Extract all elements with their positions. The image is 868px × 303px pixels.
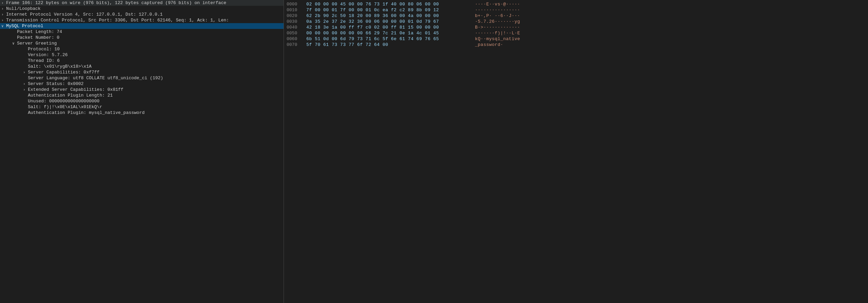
tree-expander: › xyxy=(1,1,6,5)
tree-expander: › xyxy=(1,18,6,22)
hex-ascii: kQ··mysql_native xyxy=(475,36,520,41)
hex-dump-panel: 000002 00 00 00 45 00 00 76 73 1f 40 00 … xyxy=(284,0,868,303)
hex-offset: 0020 xyxy=(287,13,304,18)
hex-row: 005000 00 00 00 00 00 00 66 29 7c 21 0e … xyxy=(284,30,868,36)
hex-ascii: ·······f)|!··L·E xyxy=(475,31,520,36)
tree-item-text: Salt: f)|!\x0E\x1AL\x01EkQ\r xyxy=(28,104,102,110)
hex-row: 002062 2b 90 2c 50 18 20 00 89 36 00 00 … xyxy=(284,13,868,19)
tree-item-text: Transmission Control Protocol, Src Port:… xyxy=(6,18,229,23)
tree-item-text: Authentication Plugin Length: 21 xyxy=(28,93,113,98)
tree-item-thread-id[interactable]: Thread ID: 6 xyxy=(0,58,284,64)
tree-item-text: Frame 106: 122 bytes on wire (976 bits),… xyxy=(6,0,226,5)
tree-item-text: Authentication Plugin: mysql_native_pass… xyxy=(28,110,144,115)
tree-item-null-loopback[interactable]: ›Null/Loopback xyxy=(0,6,284,12)
hex-bytes: 02 00 00 00 45 00 00 76 73 1f 40 00 80 0… xyxy=(306,2,470,7)
tree-item-server-capabilities[interactable]: ›Server Capabilities: 0xf7ff xyxy=(0,69,284,75)
tree-item-server-language[interactable]: Server Language: utf8 COLLATE utf8_unico… xyxy=(0,75,284,81)
hex-bytes: 0a 35 2e 37 2e 32 36 00 06 00 00 00 01 0… xyxy=(306,19,470,24)
tree-item-text: MySQL Protocol xyxy=(6,23,43,29)
packet-tree-panel[interactable]: ›Frame 106: 122 bytes on wire (976 bits)… xyxy=(0,0,284,303)
hex-row: 00705f 70 61 73 73 77 6f 72 64 00_passwo… xyxy=(284,42,868,48)
tree-expander: › xyxy=(23,82,28,86)
tree-item-protocol[interactable]: Protocol: 10 xyxy=(0,46,284,52)
hex-bytes: 5f 70 61 73 73 77 6f 72 64 00 xyxy=(306,42,470,47)
hex-ascii: ·5.7.26·······yg xyxy=(475,19,520,24)
tree-item-text: Version: 5.7.26 xyxy=(28,52,68,57)
hex-ascii: _password· xyxy=(475,42,503,47)
tree-item-text: Salt: \x01\rygB\x18>\x1A xyxy=(28,64,91,69)
tree-item-server-greeting[interactable]: ∨Server Greeting xyxy=(0,40,284,46)
tree-expander: › xyxy=(23,88,28,92)
hex-bytes: 6b 51 0d 00 6d 79 73 71 6c 5f 6e 61 74 6… xyxy=(306,36,470,41)
tree-item-text: Extended Server Capabilities: 0x81ff xyxy=(28,87,123,92)
hex-offset: 0030 xyxy=(287,19,304,24)
tree-expander: ∨ xyxy=(1,24,6,28)
tree-item-server-status[interactable]: ›Server Status: 0x0002 xyxy=(0,81,284,87)
hex-offset: 0060 xyxy=(287,36,304,41)
tree-item-text: Packet Length: 74 xyxy=(17,29,62,34)
tree-item-mysql[interactable]: ∨MySQL Protocol xyxy=(0,23,284,29)
hex-row: 004042 18 3e 1a 00 ff f7 c0 02 00 ff 81 … xyxy=(284,24,868,30)
hex-offset: 0050 xyxy=(287,31,304,36)
tree-item-salt[interactable]: Salt: \x01\rygB\x18>\x1A xyxy=(0,64,284,69)
tree-item-version[interactable]: Version: 5.7.26 xyxy=(0,52,284,58)
tree-item-text: Server Status: 0x0002 xyxy=(28,81,84,86)
hex-offset: 0040 xyxy=(287,25,304,30)
hex-ascii: B·>············· xyxy=(475,25,520,30)
hex-row: 00300a 35 2e 37 2e 32 36 00 06 00 00 00 … xyxy=(284,19,868,24)
tree-item-auth-plugin-length[interactable]: Authentication Plugin Length: 21 xyxy=(0,92,284,98)
tree-item-extended-server-capabilities[interactable]: ›Extended Server Capabilities: 0x81ff xyxy=(0,87,284,92)
tree-item-text: Protocol: 10 xyxy=(28,47,60,52)
tree-expander: ∨ xyxy=(12,41,17,46)
hex-ascii: b+·,P· ··6··J··· xyxy=(475,13,520,18)
tree-item-tcp[interactable]: ›Transmission Control Protocol, Src Port… xyxy=(0,17,284,23)
tree-expander: › xyxy=(23,70,28,74)
hex-ascii: ················ xyxy=(475,7,520,13)
hex-row: 000002 00 00 00 45 00 00 76 73 1f 40 00 … xyxy=(284,1,868,7)
tree-item-salt2[interactable]: Salt: f)|!\x0E\x1AL\x01EkQ\r xyxy=(0,104,284,110)
hex-offset: 0010 xyxy=(287,7,304,13)
tree-item-frame[interactable]: ›Frame 106: 122 bytes on wire (976 bits)… xyxy=(0,0,284,6)
hex-ascii: ····E··vs·@····· xyxy=(475,2,520,7)
tree-expander: › xyxy=(1,13,6,17)
tree-item-unused[interactable]: Unused: 0000000000000000000 xyxy=(0,98,284,104)
hex-bytes: 7f 00 00 01 7f 00 00 01 0c ea f2 c2 89 8… xyxy=(306,7,470,13)
tree-item-text: Thread ID: 6 xyxy=(28,58,60,63)
tree-item-packet-number[interactable]: Packet Number: 0 xyxy=(0,35,284,40)
tree-item-text: Server Greeting xyxy=(17,41,57,46)
tree-item-auth-plugin[interactable]: Authentication Plugin: mysql_native_pass… xyxy=(0,110,284,116)
hex-offset: 0070 xyxy=(287,42,304,47)
hex-bytes: 00 00 00 00 00 00 00 66 29 7c 21 0e 1a 4… xyxy=(306,31,470,36)
hex-bytes: 42 18 3e 1a 00 ff f7 c0 02 00 ff 81 15 0… xyxy=(306,25,470,30)
hex-row: 00606b 51 0d 00 6d 79 73 71 6c 5f 6e 61 … xyxy=(284,36,868,42)
hex-bytes: 62 2b 90 2c 50 18 20 00 89 36 00 00 4a 0… xyxy=(306,13,470,18)
tree-item-text: Server Capabilities: 0xf7ff xyxy=(28,70,100,75)
tree-item-ipv4[interactable]: ›Internet Protocol Version 4, Src: 127.0… xyxy=(0,12,284,17)
tree-item-packet-length[interactable]: Packet Length: 74 xyxy=(0,29,284,35)
tree-item-text: Unused: 0000000000000000000 xyxy=(28,99,100,104)
hex-row: 00107f 00 00 01 7f 00 00 01 0c ea f2 c2 … xyxy=(284,7,868,13)
tree-item-text: Server Language: utf8 COLLATE utf8_unico… xyxy=(28,75,163,81)
hex-content: 000002 00 00 00 45 00 00 76 73 1f 40 00 … xyxy=(284,0,868,303)
tree-item-text: Null/Loopback xyxy=(6,6,40,11)
tree-item-text: Internet Protocol Version 4, Src: 127.0.… xyxy=(6,12,163,17)
tree-item-text: Packet Number: 0 xyxy=(17,35,59,40)
hex-offset: 0000 xyxy=(287,2,304,7)
tree-expander: › xyxy=(1,7,6,11)
